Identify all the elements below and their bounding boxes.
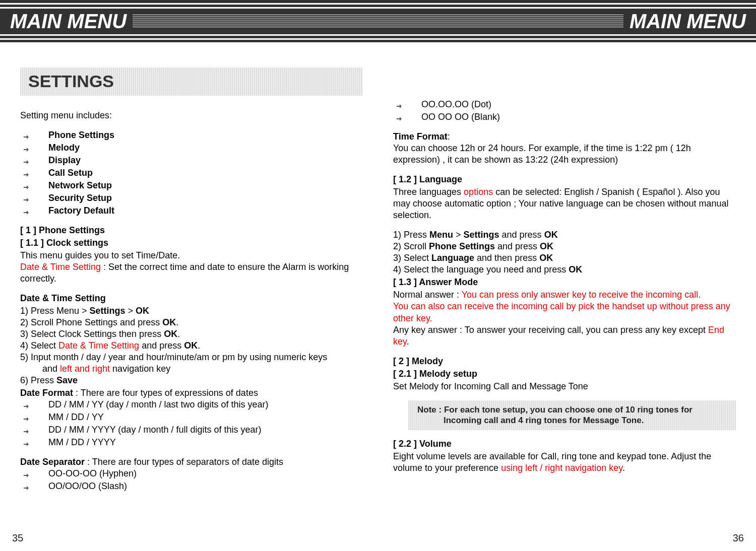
bullet-arrow-icon (23, 182, 29, 188)
bullet-arrow-icon (23, 483, 29, 489)
bullet-arrow-icon (23, 144, 29, 150)
step-line: 4) Select the language you need and pres… (393, 264, 736, 276)
date-format-item: MM / DD / YY (48, 412, 104, 422)
heading-volume: [ 2.2 ] Volume (393, 438, 736, 450)
page-numbers: 35 36 (0, 532, 756, 544)
menu-item-label: Phone Settings (48, 130, 114, 140)
menu-item-label: Security Setup (48, 193, 112, 203)
separator-item: OO.OO.OO (Dot) (421, 99, 491, 109)
list-item: OO OO OO (Blank) (393, 111, 736, 123)
bullet-arrow-icon (23, 207, 29, 213)
bullet-arrow-icon (23, 157, 29, 163)
step-line: 2) Scroll Phone Settings and press OK. (20, 317, 363, 328)
date-separator-line: Date Separator : There are four types of… (20, 456, 363, 468)
date-time-setting-line: Date & Time Setting : Set the correct ti… (20, 261, 363, 285)
list-item: DD / MM / YY (day / month / last two dig… (20, 399, 363, 410)
list-item: DD / MM / YYYY (day / month / full digit… (20, 424, 363, 436)
list-item: Security Setup (20, 192, 363, 204)
date-time-red-label: Date & Time Setting (20, 262, 101, 272)
bullet-arrow-icon (23, 169, 29, 175)
list-item: Network Setup (20, 180, 363, 191)
top-decor-bars (0, 0, 756, 7)
date-separator-list: OO-OO-OO (Hyphen) OO/OO/OO (Slash) (20, 468, 363, 492)
heading-answer-mode: [ 1.3 ] Answer Mode (393, 277, 736, 288)
bullet-arrow-icon (23, 131, 29, 137)
header-title-right: MAIN MENU (629, 10, 746, 33)
volume-body: Eight volume levels are available for Ca… (393, 451, 736, 474)
list-item: MM / DD / YY (20, 411, 363, 423)
menu-items-list: Phone Settings Melody Display Call Setup… (20, 129, 363, 217)
bullet-arrow-icon (23, 426, 29, 432)
header-lines-decor (133, 15, 623, 29)
step-line: 4) Select Date & Time Setting and press … (20, 340, 363, 352)
answer-normal-line: Normal answer : You can press only answe… (393, 289, 736, 301)
bullet-arrow-icon (396, 101, 402, 107)
date-format-list: DD / MM / YY (day / month / last two dig… (20, 399, 363, 448)
page-body: SETTINGS Setting menu includes: Phone Se… (0, 42, 756, 500)
date-time-steps: 1) Press Menu > Settings > OK 2) Scroll … (20, 305, 363, 386)
time-format-body: You can choose 12h or 24 hours. For exam… (393, 143, 736, 166)
answer-any-line: Any key answer : To answer your receivin… (393, 324, 736, 348)
bullet-arrow-icon (23, 470, 29, 476)
bottom-decor-bars (0, 36, 756, 42)
list-item: OO-OO-OO (Hyphen) (20, 468, 363, 479)
date-separator-list-cont: OO.OO.OO (Dot) OO OO OO (Blank) (393, 99, 736, 123)
bullet-arrow-icon (23, 194, 29, 200)
step-line: 3) Select Clock Settings then press OK. (20, 328, 363, 340)
melody-setup-text: Set Melody for Incoming Call and Message… (393, 381, 736, 392)
bullet-arrow-icon (396, 113, 402, 119)
heading-phone-settings: [ 1 ] Phone Settings (20, 225, 363, 236)
list-item: Factory Default (20, 205, 363, 217)
heading-language: [ 1.2 ] Language (393, 174, 736, 185)
menu-item-label: Call Setup (48, 168, 93, 178)
heading-clock-settings: [ 1.1 ] Clock settings (20, 237, 363, 249)
clock-intro: This menu guides you to set Time/Date. (20, 250, 363, 261)
header-title-left: MAIN MENU (10, 10, 127, 33)
bullet-arrow-icon (23, 414, 29, 420)
menu-item-label: Display (48, 155, 81, 165)
note-line2: Incoming call and 4 ring tones for Messa… (417, 415, 727, 426)
heading-melody: [ 2 ] Melody (393, 356, 736, 367)
separator-item: OO-OO-OO (Hyphen) (48, 468, 137, 478)
step-line: 1) Press Menu > Settings and press OK (393, 229, 736, 241)
step-line: 2) Scroll Phone Settings and press OK (393, 241, 736, 252)
separator-item: OO/OO/OO (Slash) (48, 481, 127, 491)
list-item: OO/OO/OO (Slash) (20, 480, 363, 492)
note-line1: Note : For each tone setup, you can choo… (417, 405, 692, 415)
step-line: 3) Select Language and then press OK (393, 252, 736, 264)
heading-melody-setup: [ 2.1 ] Melody setup (393, 368, 736, 380)
page-number-left: 35 (12, 532, 23, 544)
date-format-item: MM / DD / YYYY (48, 437, 116, 447)
separator-item: OO OO OO (Blank) (421, 112, 500, 122)
list-item: OO.OO.OO (Dot) (393, 99, 736, 110)
list-item: Display (20, 155, 363, 166)
right-column: OO.OO.OO (Dot) OO OO OO (Blank) Time For… (393, 67, 736, 500)
menu-item-label: Melody (48, 143, 80, 153)
menu-item-label: Factory Default (48, 205, 114, 216)
language-steps: 1) Press Menu > Settings and press OK 2)… (393, 229, 736, 276)
settings-intro: Setting menu includes: (20, 110, 363, 121)
date-format-item: DD / MM / YY (day / month / last two dig… (48, 399, 268, 409)
bullet-arrow-icon (23, 439, 29, 445)
list-item: Phone Settings (20, 129, 363, 141)
answer-normal-line2: You can also can receive the incoming ca… (393, 301, 736, 324)
list-item: Call Setup (20, 167, 363, 179)
header-bar: MAIN MENU MAIN MENU (0, 9, 756, 34)
left-column: SETTINGS Setting menu includes: Phone Se… (20, 67, 363, 500)
bullet-arrow-icon (23, 401, 29, 407)
list-item: Melody (20, 142, 363, 154)
page-number-right: 36 (733, 532, 744, 544)
time-format-head-line: Time Format: (393, 131, 736, 143)
menu-item-label: Network Setup (48, 180, 112, 190)
step-line: 5) Input month / day / year and hour/min… (20, 352, 363, 375)
date-format-line: Date Format : There are four types of ex… (20, 387, 363, 399)
date-time-setting-head: Date & Time Setting (20, 293, 363, 304)
date-format-item: DD / MM / YYYY (day / month / full digit… (48, 425, 261, 435)
list-item: MM / DD / YYYY (20, 437, 363, 448)
note-box: Note : For each tone setup, you can choo… (408, 400, 736, 431)
step-line: 1) Press Menu > Settings > OK (20, 305, 363, 317)
language-body: Three languages options can be selected:… (393, 186, 736, 221)
step-line: 6) Press Save (20, 375, 363, 386)
section-title: SETTINGS (20, 67, 363, 96)
